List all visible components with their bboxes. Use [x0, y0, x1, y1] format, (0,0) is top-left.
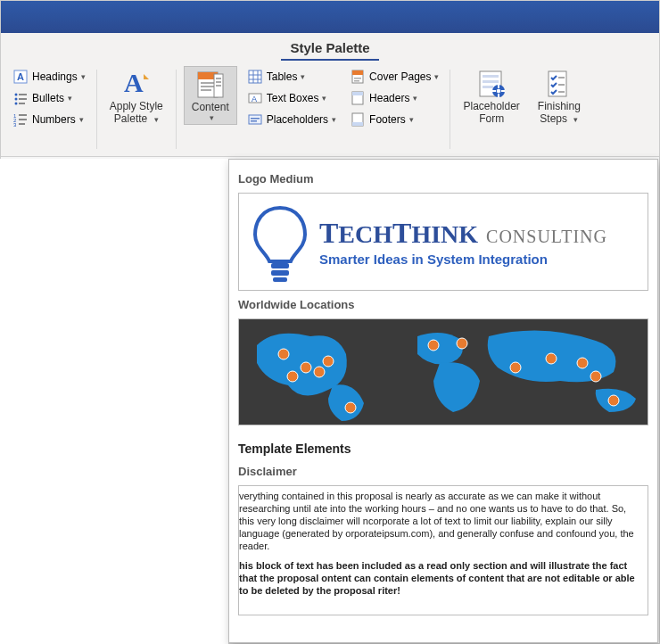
disclaimer-paragraph-1: verything contained in this proposal is …: [239, 490, 642, 552]
headers-dropdown[interactable]: Headers ▾: [347, 87, 442, 109]
svg-rect-33: [251, 120, 257, 122]
apply-label-1: Apply Style: [110, 100, 163, 112]
svg-point-47: [497, 89, 501, 94]
tab-style-palette[interactable]: Style Palette: [281, 35, 378, 61]
headers-label: Headers: [369, 92, 409, 104]
svg-rect-50: [492, 90, 496, 92]
chevron-down-icon: ▾: [413, 94, 417, 103]
svg-rect-5: [19, 98, 27, 100]
svg-point-2: [15, 94, 18, 96]
svg-point-70: [577, 358, 588, 368]
svg-point-62: [314, 367, 325, 377]
chevron-down-icon: ▾: [301, 72, 305, 81]
svg-rect-43: [483, 75, 499, 78]
numbers-dropdown[interactable]: 123 Numbers ▾: [10, 109, 89, 130]
chevron-down-icon: ▾: [434, 72, 439, 81]
logo-tagline: Smarter Ideas in System Integration: [319, 252, 607, 267]
svg-rect-9: [19, 114, 27, 116]
svg-rect-41: [352, 122, 363, 126]
gallery-heading-logo: Logo Medium: [229, 169, 657, 191]
checklist-icon: [545, 70, 573, 98]
svg-point-68: [510, 362, 521, 373]
headings-icon: A: [13, 70, 28, 84]
svg-rect-35: [352, 70, 363, 75]
logo-brand-main: TECHTHINK: [319, 220, 478, 248]
svg-rect-56: [271, 263, 289, 268]
chevron-down-icon: ▾: [573, 115, 578, 124]
svg-rect-7: [19, 103, 25, 104]
ribbon-tabs: Style Palette: [1, 33, 659, 61]
svg-rect-13: [19, 123, 25, 125]
group-finishing: Finishing Steps ▾: [529, 64, 590, 154]
bullets-dropdown[interactable]: Bullets ▾: [10, 87, 89, 109]
svg-point-71: [590, 371, 601, 382]
apply-style-palette-button[interactable]: A Apply Style Palette ▾: [104, 66, 169, 128]
content-dropdown[interactable]: Content ▾: [184, 66, 237, 125]
gallery-section-template-elements: Template Elements: [229, 429, 657, 461]
svg-rect-18: [201, 86, 215, 87]
logo-brand-sub: CONSULTING: [486, 227, 607, 246]
svg-rect-55: [558, 91, 565, 93]
footer-icon: [351, 112, 365, 127]
svg-rect-31: [249, 115, 261, 124]
apply-label-2: Palette: [114, 112, 147, 125]
form-icon: [477, 70, 506, 98]
finishing-label-2: Steps: [540, 112, 567, 125]
svg-rect-57: [271, 270, 289, 276]
style-icon: A: [122, 70, 151, 98]
content-label: Content: [192, 101, 229, 113]
textboxes-label: Text Boxes: [267, 92, 319, 104]
coverpages-label: Cover Pages: [369, 70, 431, 83]
gallery-heading-disclaimer: Disclaimer: [229, 461, 657, 483]
ribbon: A Headings ▾ Bullets ▾ 123 Numbers ▾ A A: [1, 61, 659, 157]
group-apply-palette: A Apply Style Palette ▾: [101, 64, 172, 154]
chevron-down-icon: ▾: [409, 115, 414, 124]
numbers-icon: 123: [13, 112, 28, 127]
svg-text:A: A: [124, 69, 144, 97]
gallery-item-map[interactable]: [238, 318, 648, 425]
placeholder-form-label-1: Placeholder: [463, 100, 519, 112]
document-area: [0, 159, 228, 644]
numbers-label: Numbers: [32, 113, 76, 126]
chevron-down-icon: ▾: [210, 113, 214, 122]
chevron-down-icon: ▾: [79, 115, 84, 124]
svg-rect-53: [558, 77, 565, 78]
placeholder-form-button[interactable]: Placeholder Form: [458, 66, 524, 127]
bullets-icon: [13, 91, 28, 105]
gallery-item-logo[interactable]: TECHTHINK CONSULTING Smarter Ideas in Sy…: [238, 193, 648, 291]
gallery-item-disclaimer[interactable]: verything contained in this proposal is …: [238, 485, 648, 615]
svg-rect-32: [251, 118, 260, 120]
footers-label: Footers: [369, 113, 406, 126]
svg-rect-48: [498, 85, 499, 88]
svg-rect-44: [483, 80, 499, 83]
textbox-icon: A: [248, 91, 262, 105]
svg-rect-51: [501, 90, 505, 92]
svg-rect-21: [216, 78, 221, 79]
svg-rect-49: [498, 94, 499, 97]
chevron-down-icon: ▾: [332, 115, 336, 124]
finishing-steps-dropdown[interactable]: Finishing Steps ▾: [532, 66, 586, 128]
svg-rect-24: [249, 70, 261, 83]
svg-text:A: A: [252, 95, 257, 103]
textboxes-dropdown[interactable]: A Text Boxes ▾: [244, 87, 340, 109]
svg-rect-54: [558, 84, 565, 86]
group-content: Content ▾: [180, 64, 241, 154]
svg-rect-36: [354, 78, 361, 79]
svg-point-72: [608, 395, 619, 406]
tables-dropdown[interactable]: Tables ▾: [244, 66, 340, 87]
svg-point-66: [428, 340, 439, 351]
svg-rect-17: [201, 82, 215, 84]
footers-dropdown[interactable]: Footers ▾: [347, 109, 442, 130]
group-placeholder-form: Placeholder Form: [454, 64, 528, 154]
lightbulb-icon: [244, 197, 316, 286]
svg-text:A: A: [17, 71, 24, 82]
headings-dropdown[interactable]: A Headings ▾: [10, 66, 89, 87]
chevron-down-icon: ▾: [68, 94, 72, 103]
placeholders-dropdown[interactable]: Placeholders ▾: [244, 109, 340, 130]
coverpages-dropdown[interactable]: Cover Pages ▾: [347, 66, 442, 87]
chevron-down-icon: ▾: [154, 115, 159, 124]
headings-label: Headings: [32, 70, 78, 83]
svg-rect-19: [201, 89, 211, 91]
placeholder-form-label-2: Form: [479, 112, 504, 125]
chevron-down-icon: ▾: [81, 72, 86, 81]
